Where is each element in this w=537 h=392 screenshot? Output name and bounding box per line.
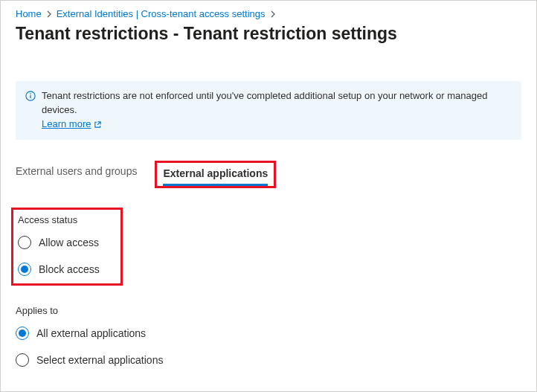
chevron-right-icon [270,10,276,18]
radio-block-access[interactable]: Block access [18,263,100,276]
applies-to-group: All external applications Select externa… [16,327,521,367]
radio-select-external-applications-label: Select external applications [36,354,163,366]
tabs: External users and groups External appli… [16,161,521,188]
radio-circle-icon [16,353,29,367]
info-banner-message: Tenant restrictions are not enforced unt… [42,90,487,115]
learn-more-label: Learn more [42,118,91,132]
breadcrumb-external-identities[interactable]: External Identities | Cross-tenant acces… [57,8,266,19]
radio-allow-access[interactable]: Allow access [18,236,100,249]
radio-circle-icon [18,236,31,249]
svg-point-1 [30,93,31,94]
radio-circle-icon [18,263,31,276]
page-title: Tenant restrictions - Tenant restriction… [16,24,521,44]
radio-all-external-applications[interactable]: All external applications [16,327,521,340]
info-icon [25,89,36,132]
breadcrumb: Home External Identities | Cross-tenant … [16,8,521,19]
applies-to-label: Applies to [16,305,521,316]
radio-allow-access-label: Allow access [39,237,99,248]
access-status-group: Allow access Block access [18,236,100,276]
radio-all-external-applications-label: All external applications [36,327,146,339]
radio-block-access-label: Block access [39,263,100,275]
radio-circle-icon [16,327,29,340]
access-status-label: Access status [18,214,100,225]
tab-external-applications[interactable]: External applications [163,163,268,186]
breadcrumb-home[interactable]: Home [16,8,42,19]
tab-external-users-groups[interactable]: External users and groups [16,161,137,188]
chevron-right-icon [46,10,52,18]
info-banner: Tenant restrictions are not enforced unt… [16,81,521,140]
learn-more-link[interactable]: Learn more [42,118,102,132]
external-link-icon [94,121,102,129]
highlight-access-status: Access status Allow access Block access [11,208,123,286]
radio-select-external-applications[interactable]: Select external applications [16,353,521,367]
svg-rect-2 [30,95,30,98]
highlight-external-applications: External applications [155,161,276,188]
